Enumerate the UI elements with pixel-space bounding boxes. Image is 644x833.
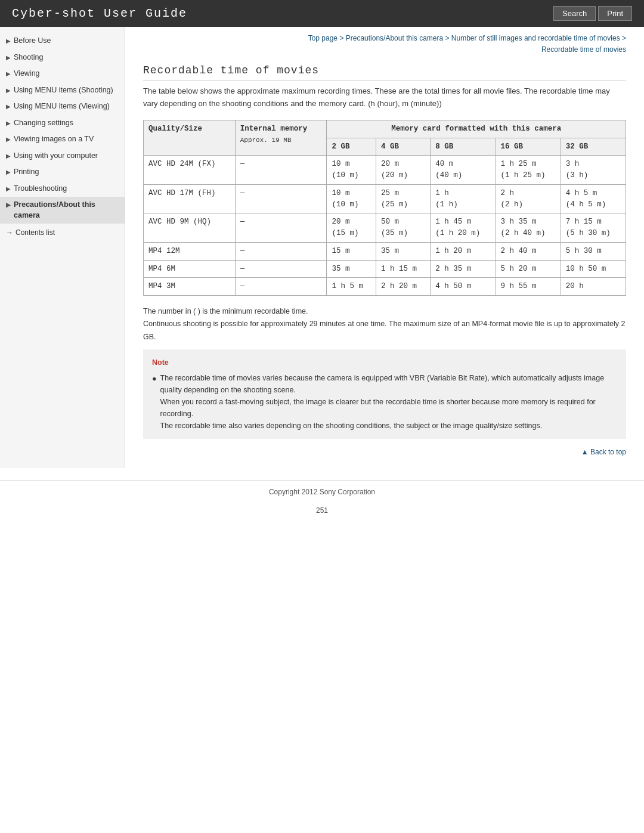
sidebar: ▶ Before Use ▶ Shooting ▶ Viewing ▶ Usin… bbox=[0, 27, 125, 468]
table-row-value: 9 h 55 m bbox=[496, 278, 561, 296]
search-button[interactable]: Search bbox=[553, 6, 596, 21]
contents-list-label: Contents list bbox=[16, 228, 55, 237]
table-row-internal: — bbox=[235, 156, 327, 185]
table-row-quality: MP4 12M bbox=[144, 242, 236, 260]
table-row-value: 35 m bbox=[376, 242, 430, 260]
breadcrumb-top[interactable]: Top page bbox=[308, 34, 338, 42]
sidebar-item-label: Using MENU items (Viewing) bbox=[14, 101, 110, 112]
note-box: Note ● The recordable time of movies var… bbox=[143, 349, 626, 439]
app-title: Cyber-shot User Guide bbox=[12, 7, 187, 20]
note-text: The recordable time of movies varies bec… bbox=[160, 372, 617, 432]
breadcrumb-sep2: > bbox=[445, 34, 451, 42]
col-memory-card-header: Memory card formatted with this camera bbox=[327, 120, 626, 138]
arrow-icon: ▶ bbox=[6, 103, 11, 111]
table-row-quality: AVC HD 17M (FH) bbox=[144, 184, 236, 213]
arrow-icon: ▶ bbox=[6, 86, 11, 95]
table-row-value: 20 m(20 m) bbox=[376, 156, 430, 185]
table-row-value: 2 h(2 h) bbox=[496, 184, 561, 213]
table-row-value: 4 h 5 m(4 h 5 m) bbox=[561, 184, 626, 213]
sidebar-item-changing-settings[interactable]: ▶ Changing settings bbox=[0, 115, 125, 132]
arrow-right-icon: → bbox=[6, 228, 13, 237]
table-row-value: 10 m(10 m) bbox=[327, 184, 376, 213]
bullet-dot: ● bbox=[152, 373, 157, 385]
back-to-top[interactable]: ▲ Back to top bbox=[143, 448, 626, 456]
col-internal-header: Internal memoryApprox. 19 MB bbox=[235, 120, 327, 156]
table-row-value: 1 h 15 m bbox=[376, 260, 430, 278]
table-row-internal: — bbox=[235, 278, 327, 296]
arrow-icon: ▶ bbox=[6, 135, 11, 144]
sidebar-item-label: Using MENU items (Shooting) bbox=[14, 85, 113, 96]
table-row-internal: — bbox=[235, 184, 327, 213]
footer-note-2: Continuous shooting is possible for appr… bbox=[143, 318, 626, 343]
table-row-value: 5 h 20 m bbox=[496, 260, 561, 278]
sidebar-item-menu-shooting[interactable]: ▶ Using MENU items (Shooting) bbox=[0, 82, 125, 99]
col-16gb: 16 GB bbox=[496, 138, 561, 156]
table-row-value: 15 m bbox=[327, 242, 376, 260]
breadcrumb-sep3: > bbox=[622, 34, 626, 42]
sidebar-item-troubleshooting[interactable]: ▶ Troubleshooting bbox=[0, 181, 125, 197]
table-row-value: 1 h 45 m(1 h 20 m) bbox=[431, 213, 496, 243]
sidebar-item-label: Shooting bbox=[14, 52, 43, 63]
breadcrumb-precautions[interactable]: Precautions/About this camera bbox=[346, 34, 443, 42]
col-quality-header: Quality/Size bbox=[144, 120, 236, 156]
back-to-top-link[interactable]: ▲ Back to top bbox=[581, 448, 626, 456]
table-row-quality: AVC HD 24M (FX) bbox=[144, 156, 236, 185]
sidebar-item-label: Precautions/About this camera bbox=[14, 200, 119, 221]
table-row-internal: — bbox=[235, 213, 327, 243]
breadcrumb-current[interactable]: Recordable time of movies bbox=[541, 45, 626, 54]
contents-list-link[interactable]: → Contents list bbox=[0, 224, 125, 240]
arrow-icon: ▶ bbox=[6, 201, 11, 209]
table-row-value: 50 m(35 m) bbox=[376, 213, 430, 243]
sidebar-item-viewing[interactable]: ▶ Viewing bbox=[0, 66, 125, 82]
table-row-value: 5 h 30 m bbox=[561, 242, 626, 260]
sidebar-item-menu-viewing[interactable]: ▶ Using MENU items (Viewing) bbox=[0, 98, 125, 115]
sidebar-item-precautions[interactable]: ▶ Precautions/About this camera bbox=[0, 197, 125, 224]
table-row-value: 2 h 20 m bbox=[376, 278, 430, 296]
footer-note-1: The number in ( ) is the minimum recorda… bbox=[143, 305, 626, 318]
table-row-value: 2 h 40 m bbox=[496, 242, 561, 260]
table-row-quality: MP4 3M bbox=[144, 278, 236, 296]
table-row-value: 20 h bbox=[561, 278, 626, 296]
table-row-value: 3 h(3 h) bbox=[561, 156, 626, 185]
breadcrumb-sep1: > bbox=[339, 34, 345, 42]
sidebar-item-label: Printing bbox=[14, 167, 39, 178]
main-content: Top page > Precautions/About this camera… bbox=[125, 27, 644, 468]
footer-notes: The number in ( ) is the minimum recorda… bbox=[143, 305, 626, 343]
table-row-quality: AVC HD 9M (HQ) bbox=[144, 213, 236, 243]
sidebar-item-label: Viewing images on a TV bbox=[14, 134, 94, 145]
table-row-quality: MP4 6M bbox=[144, 260, 236, 278]
table-row-value: 35 m bbox=[327, 260, 376, 278]
sidebar-item-before-use[interactable]: ▶ Before Use bbox=[0, 33, 125, 49]
arrow-icon: ▶ bbox=[6, 54, 11, 62]
table-row-value: 10 m(10 m) bbox=[327, 156, 376, 185]
header: Cyber-shot User Guide Search Print bbox=[0, 0, 644, 27]
copyright: Copyright 2012 Sony Corporation bbox=[269, 488, 375, 496]
header-buttons: Search Print bbox=[553, 6, 632, 21]
table-row-value: 4 h 50 m bbox=[431, 278, 496, 296]
col-4gb: 4 GB bbox=[376, 138, 430, 156]
arrow-icon: ▶ bbox=[6, 185, 11, 193]
breadcrumb: Top page > Precautions/About this camera… bbox=[143, 33, 626, 55]
sidebar-item-label: Changing settings bbox=[14, 118, 73, 129]
table-row-value: 20 m(15 m) bbox=[327, 213, 376, 243]
page-title: Recordable time of movies bbox=[143, 64, 626, 80]
table-row-value: 25 m(25 m) bbox=[376, 184, 430, 213]
table-row-value: 1 h 25 m(1 h 25 m) bbox=[496, 156, 561, 185]
table-row-value: 40 m(40 m) bbox=[431, 156, 496, 185]
note-title: Note bbox=[152, 357, 617, 368]
breadcrumb-number[interactable]: Number of still images and recordable ti… bbox=[451, 34, 620, 42]
print-button[interactable]: Print bbox=[598, 6, 632, 21]
sidebar-item-label: Before Use bbox=[14, 36, 51, 47]
main-layout: ▶ Before Use ▶ Shooting ▶ Viewing ▶ Usin… bbox=[0, 27, 644, 468]
sidebar-item-label: Using with your computer bbox=[14, 151, 98, 162]
sidebar-item-computer[interactable]: ▶ Using with your computer bbox=[0, 148, 125, 165]
arrow-icon: ▶ bbox=[6, 152, 11, 160]
table-row-value: 1 h 5 m bbox=[327, 278, 376, 296]
sidebar-item-label: Troubleshooting bbox=[14, 184, 67, 194]
sidebar-item-printing[interactable]: ▶ Printing bbox=[0, 164, 125, 181]
arrow-icon: ▶ bbox=[6, 168, 11, 176]
arrow-icon: ▶ bbox=[6, 70, 11, 78]
sidebar-item-viewing-tv[interactable]: ▶ Viewing images on a TV bbox=[0, 131, 125, 148]
sidebar-item-shooting[interactable]: ▶ Shooting bbox=[0, 49, 125, 66]
recordable-time-table: Quality/Size Internal memoryApprox. 19 M… bbox=[143, 120, 626, 296]
